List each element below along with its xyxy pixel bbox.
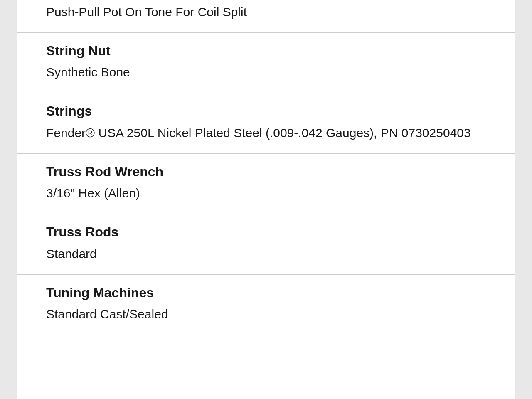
spec-row-top: Push-Pull Pot On Tone For Coil Split (17, 0, 515, 33)
spec-label-truss-rod-wrench: Truss Rod Wrench (46, 164, 486, 180)
spec-value-truss-rod-wrench: 3/16" Hex (Allen) (46, 185, 486, 202)
spec-value-tuning-machines: Standard Cast/Sealed (46, 305, 486, 323)
spec-row-string-nut: String Nut Synthetic Bone (17, 33, 515, 93)
spec-row-tuning-machines: Tuning Machines Standard Cast/Sealed (17, 275, 515, 335)
spec-value-truss-rods: Standard (46, 245, 486, 263)
spec-row-strings: Strings Fender® USA 250L Nickel Plated S… (17, 93, 515, 153)
page-container: Push-Pull Pot On Tone For Coil Split Str… (0, 0, 532, 399)
spec-label-truss-rods: Truss Rods (46, 224, 486, 240)
spec-label-tuning-machines: Tuning Machines (46, 285, 486, 300)
spec-value-strings: Fender® USA 250L Nickel Plated Steel (.0… (46, 124, 486, 142)
spec-row-truss-rods: Truss Rods Standard (17, 214, 515, 274)
spec-value-string-nut: Synthetic Bone (46, 64, 486, 81)
spec-card: Push-Pull Pot On Tone For Coil Split Str… (17, 0, 515, 399)
spec-label-string-nut: String Nut (46, 43, 486, 59)
spec-value-top: Push-Pull Pot On Tone For Coil Split (46, 3, 486, 21)
spec-row-truss-rod-wrench: Truss Rod Wrench 3/16" Hex (Allen) (17, 154, 515, 214)
spec-label-strings: Strings (46, 103, 486, 119)
